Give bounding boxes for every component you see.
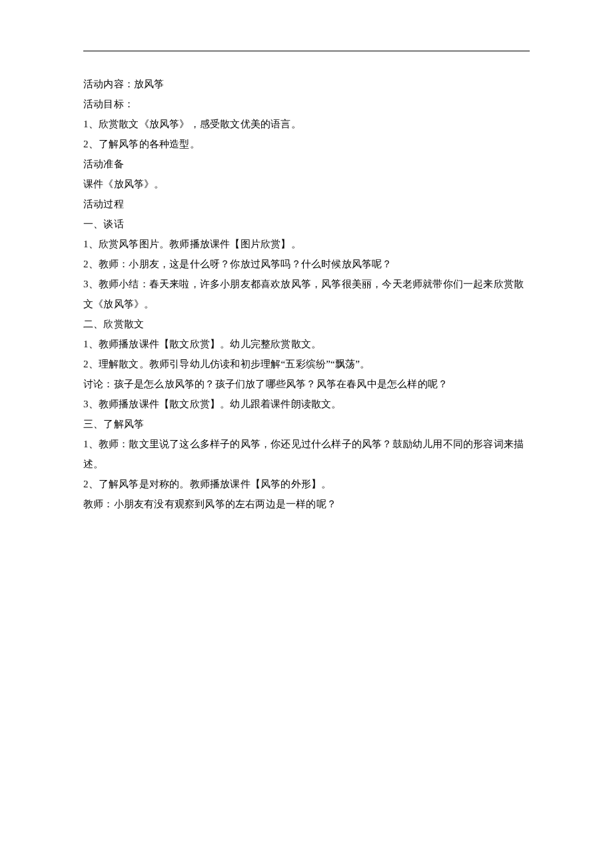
line-section-1: 一、谈话 [83, 214, 530, 234]
document-page: 活动内容：放风筝 活动目标： 1、欣赏散文《放风筝》，感受散文优美的语言。 2、… [0, 0, 613, 514]
line-section-1-item-1: 1、欣赏风筝图片。教师播放课件【图片欣赏】。 [83, 234, 530, 254]
line-section-3-item-2: 2、了解风筝是对称的。教师播放课件【风筝的外形】。 [83, 474, 530, 494]
line-goal-1: 1、欣赏散文《放风筝》，感受散文优美的语言。 [83, 114, 530, 134]
line-activity-prep-heading: 活动准备 [83, 154, 530, 174]
line-section-2-discussion: 讨论：孩子是怎么放风筝的？孩子们放了哪些风筝？风筝在春风中是怎么样的呢？ [83, 374, 530, 394]
line-section-2-item-1: 1、教师播放课件【散文欣赏】。幼儿完整欣赏散文。 [83, 334, 530, 354]
line-goal-2: 2、了解风筝的各种造型。 [83, 134, 530, 154]
line-section-3-teacher: 教师：小朋友有没有观察到风筝的左右两边是一样的呢？ [83, 494, 530, 514]
line-section-2: 二、欣赏散文 [83, 314, 530, 334]
document-body: 活动内容：放风筝 活动目标： 1、欣赏散文《放风筝》，感受散文优美的语言。 2、… [83, 74, 530, 514]
line-section-3-item-1: 1、教师：散文里说了这么多样子的风筝，你还见过什么样子的风筝？鼓励幼儿用不同的形… [83, 434, 530, 474]
line-activity-process-heading: 活动过程 [83, 194, 530, 214]
line-activity-content: 活动内容：放风筝 [83, 74, 530, 94]
line-section-1-item-3: 3、教师小结：春天来啦，许多小朋友都喜欢放风筝，风筝很美丽，今天老师就带你们一起… [83, 274, 530, 314]
line-section-2-item-3: 3、教师播放课件【散文欣赏】。幼儿跟着课件朗读散文。 [83, 394, 530, 414]
line-section-1-item-2: 2、教师：小朋友，这是什么呀？你放过风筝吗？什么时候放风筝呢？ [83, 254, 530, 274]
line-activity-goal-heading: 活动目标： [83, 94, 530, 114]
line-prep-detail: 课件《放风筝》。 [83, 174, 530, 194]
line-section-2-item-2: 2、理解散文。教师引导幼儿仿读和初步理解“五彩缤纷”“飘荡”。 [83, 354, 530, 374]
horizontal-rule [83, 51, 530, 51]
line-section-3: 三、了解风筝 [83, 414, 530, 434]
